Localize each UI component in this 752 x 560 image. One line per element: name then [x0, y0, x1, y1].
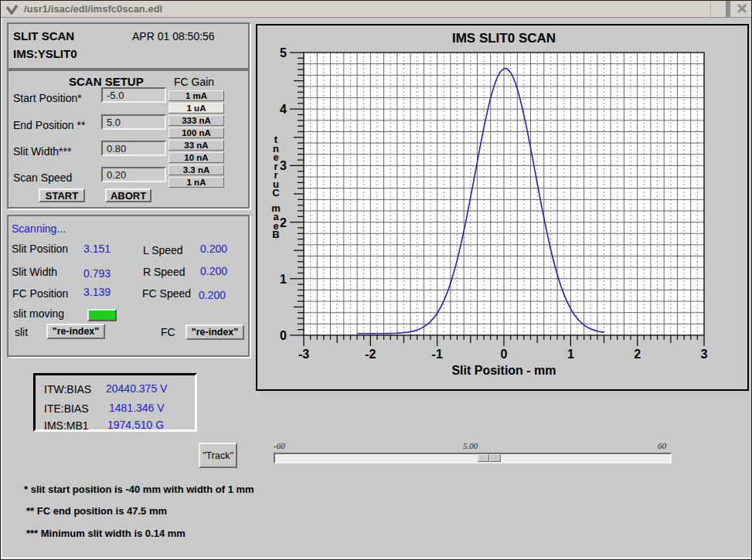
fc-gain-label: FC Gain: [174, 76, 214, 88]
fc-label: FC: [161, 326, 175, 338]
chart-canvas: -3-2-10123012345IMS SLIT0 SCANSlit Posit…: [257, 25, 747, 389]
footnote-1: * slit start position is -40 mm with wid…: [24, 484, 254, 495]
itw-bias-value: 20440.375 V: [106, 382, 167, 395]
slider-max-label: 60: [658, 441, 666, 450]
ite-bias-label: ITE:BIAS: [44, 402, 89, 415]
fc-gain-33nA[interactable]: 33 nA: [168, 140, 224, 151]
status-panel: Scanning... Slit Position 3.151 L Speed …: [7, 215, 250, 357]
ims-mb1-label: IMS:MB1: [44, 419, 89, 432]
titlebar[interactable]: /usr1/isac/edl/imsfc0scan.edl: [1, 1, 751, 18]
x-tick-label: -1: [432, 348, 443, 361]
x-tick-label: 2: [634, 348, 641, 361]
fc-gain-100nA[interactable]: 100 nA: [168, 127, 224, 138]
window-controls: [710, 1, 747, 17]
end-position-input[interactable]: [101, 114, 166, 130]
fc-speed-label: FC Speed: [142, 287, 191, 300]
r-speed-label: R Speed: [143, 266, 185, 278]
page-title: SLIT SCAN: [13, 29, 74, 42]
abort-button[interactable]: ABORT: [105, 188, 151, 202]
x-tick-label: -3: [298, 348, 309, 361]
fc-speed-value: 0.200: [199, 289, 226, 301]
y-tick-label: 3: [280, 159, 287, 172]
slider-thumb[interactable]: [478, 454, 501, 462]
slit-width-readout-label: Slit Width: [12, 266, 57, 278]
scan-setup-panel: SCAN SETUP Start Position* End Position …: [7, 70, 250, 209]
slit-width-input[interactable]: [101, 141, 166, 156]
l-speed-label: L Speed: [143, 244, 183, 256]
fc-position-label: FC Position: [12, 287, 68, 300]
slider-min-label: -60: [274, 441, 285, 450]
fc-position-value: 3.139: [83, 286, 111, 298]
slit-reindex-button[interactable]: "re-index": [46, 324, 105, 339]
x-tick-label: 3: [701, 348, 708, 361]
window-menu-icon[interactable]: [5, 4, 19, 18]
scan-speed-label: Scan Speed: [13, 171, 72, 184]
slit-scan-chart: -3-2-10123012345IMS SLIT0 SCANSlit Posit…: [256, 24, 749, 391]
fc-gain-1nA[interactable]: 1 nA: [168, 177, 224, 188]
slit-label: slit: [15, 326, 28, 338]
fc-gain-3.3nA[interactable]: 3.3 nA: [168, 165, 224, 175]
fc-gain-10nA[interactable]: 10 nA: [168, 152, 224, 163]
x-axis-label: Slit Position - mm: [451, 364, 556, 377]
footnote-2: ** FC end position is 47.5 mm: [26, 505, 167, 517]
y-tick-label: 4: [280, 103, 287, 116]
fc-gain-1mA[interactable]: 1 mA: [168, 90, 224, 101]
fc-reindex-button[interactable]: "re-index": [185, 324, 244, 340]
y-tick-label: 1: [280, 273, 287, 286]
x-tick-label: 1: [567, 348, 574, 361]
fc-gain-1uA[interactable]: 1 uA: [168, 103, 224, 114]
end-position-label: End Position **: [13, 119, 85, 131]
y-tick-label: 0: [280, 329, 287, 342]
scan-speed-input[interactable]: [101, 167, 166, 182]
header-panel: SLIT SCAN APR 01 08:50:56 IMS:YSLIT0: [7, 22, 250, 70]
start-position-input[interactable]: [101, 87, 166, 103]
y-axis-label-letter: C: [272, 187, 280, 199]
r-speed-value: 0.200: [200, 265, 227, 277]
fc-gain-333nA[interactable]: 333 nA: [168, 115, 224, 126]
slider-value-label: 5.00: [463, 441, 478, 450]
slit-moving-indicator: [87, 309, 117, 321]
y-tick-label: 2: [280, 216, 287, 229]
bias-panel: ITW:BIAS 20440.375 V ITE:BIAS 1481.346 V…: [33, 373, 197, 432]
y-tick-label: 5: [280, 46, 287, 59]
window-title: /usr1/isac/edl/imsfc0scan.edl: [24, 3, 162, 15]
scan-setup-title: SCAN SETUP: [69, 75, 144, 88]
y-axis-label-letter: B: [272, 229, 279, 240]
chart-title: IMS SLIT0 SCAN: [452, 31, 556, 46]
x-tick-label: 0: [501, 348, 508, 361]
device-name: IMS:YSLIT0: [13, 47, 77, 60]
maximize-button[interactable]: [726, 2, 730, 16]
slit-width-readout-value: 0.793: [83, 267, 111, 280]
track-button[interactable]: "Track": [199, 443, 237, 468]
edm-window: /usr1/isac/edl/imsfc0scan.edl SLIT SCAN …: [0, 0, 752, 560]
start-button[interactable]: START: [39, 188, 85, 202]
footnote-3: *** Minimum slit width is 0.14 mm: [26, 528, 185, 539]
scan-state: Scanning...: [12, 222, 66, 235]
slit-position-label: Slit Position: [12, 243, 68, 255]
ims-mb1-value: 1974.510 G: [107, 419, 164, 431]
itw-bias-label: ITW:BIAS: [44, 383, 91, 395]
start-position-label: Start Position*: [13, 92, 82, 104]
l-speed-value: 0.200: [200, 243, 227, 255]
slit-position-value: 3.151: [83, 243, 111, 255]
slit-width-label: Slit Width***: [13, 145, 71, 158]
x-tick-label: -2: [365, 348, 376, 361]
timestamp: APR 01 08:50:56: [132, 30, 215, 42]
position-slider[interactable]: [274, 453, 672, 463]
ite-bias-value: 1481.346 V: [109, 402, 165, 414]
close-button[interactable]: [737, 2, 747, 16]
slit-moving-label: slit moving: [13, 307, 64, 320]
